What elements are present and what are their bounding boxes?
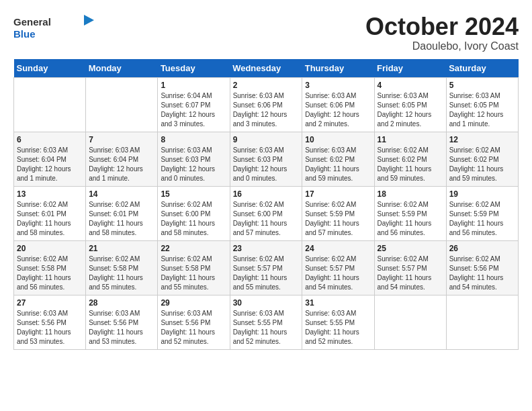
day-number: 17 xyxy=(305,189,371,199)
day-number: 10 xyxy=(305,135,371,144)
calendar-cell: 8Sunrise: 6:03 AM Sunset: 6:03 PM Daylig… xyxy=(158,132,230,186)
day-number: 15 xyxy=(161,189,226,199)
weekday-header-row: SundayMondayTuesdayWednesdayThursdayFrid… xyxy=(14,59,519,78)
calendar-table: SundayMondayTuesdayWednesdayThursdayFrid… xyxy=(13,59,519,350)
calendar-week-row: 27Sunrise: 6:03 AM Sunset: 5:56 PM Dayli… xyxy=(14,295,519,349)
day-number: 16 xyxy=(233,189,300,199)
day-info: Sunrise: 6:03 AM Sunset: 6:03 PM Dayligh… xyxy=(161,146,226,183)
calendar-cell: 10Sunrise: 6:03 AM Sunset: 6:02 PM Dayli… xyxy=(302,132,374,186)
calendar-cell: 6Sunrise: 6:03 AM Sunset: 6:04 PM Daylig… xyxy=(14,132,86,186)
calendar-week-row: 6Sunrise: 6:03 AM Sunset: 6:04 PM Daylig… xyxy=(14,132,519,186)
day-number: 19 xyxy=(449,189,515,199)
calendar-cell: 29Sunrise: 6:03 AM Sunset: 5:56 PM Dayli… xyxy=(158,295,230,349)
day-number: 11 xyxy=(378,135,443,144)
svg-marker-1 xyxy=(84,15,94,26)
day-info: Sunrise: 6:03 AM Sunset: 6:05 PM Dayligh… xyxy=(378,91,443,129)
day-number: 8 xyxy=(161,135,226,144)
logo-svg: General Blue xyxy=(13,13,94,44)
day-number: 30 xyxy=(233,298,300,308)
day-number: 14 xyxy=(89,189,154,199)
day-info: Sunrise: 6:03 AM Sunset: 5:55 PM Dayligh… xyxy=(305,309,371,347)
day-info: Sunrise: 6:03 AM Sunset: 6:04 PM Dayligh… xyxy=(17,146,83,183)
day-number: 24 xyxy=(305,244,371,253)
day-info: Sunrise: 6:04 AM Sunset: 6:07 PM Dayligh… xyxy=(161,91,226,129)
calendar-cell: 30Sunrise: 6:03 AM Sunset: 5:55 PM Dayli… xyxy=(230,295,302,349)
day-info: Sunrise: 6:02 AM Sunset: 6:01 PM Dayligh… xyxy=(89,200,154,238)
day-info: Sunrise: 6:03 AM Sunset: 5:56 PM Dayligh… xyxy=(89,309,154,347)
day-number: 3 xyxy=(305,81,371,90)
day-number: 7 xyxy=(89,135,154,144)
day-info: Sunrise: 6:02 AM Sunset: 5:56 PM Dayligh… xyxy=(449,255,515,292)
calendar-cell: 12Sunrise: 6:02 AM Sunset: 6:02 PM Dayli… xyxy=(446,132,518,186)
day-info: Sunrise: 6:02 AM Sunset: 6:02 PM Dayligh… xyxy=(449,146,515,183)
day-info: Sunrise: 6:02 AM Sunset: 5:57 PM Dayligh… xyxy=(378,255,443,292)
day-number: 28 xyxy=(89,298,154,308)
calendar-cell: 22Sunrise: 6:02 AM Sunset: 5:58 PM Dayli… xyxy=(158,240,230,295)
calendar-cell: 25Sunrise: 6:02 AM Sunset: 5:57 PM Dayli… xyxy=(374,240,446,295)
day-info: Sunrise: 6:02 AM Sunset: 5:59 PM Dayligh… xyxy=(305,200,371,238)
calendar-cell: 2Sunrise: 6:03 AM Sunset: 6:06 PM Daylig… xyxy=(230,77,302,132)
calendar-cell: 4Sunrise: 6:03 AM Sunset: 6:05 PM Daylig… xyxy=(374,77,446,132)
calendar-cell: 17Sunrise: 6:02 AM Sunset: 5:59 PM Dayli… xyxy=(302,186,374,240)
weekday-header: Monday xyxy=(86,59,158,78)
svg-text:General: General xyxy=(13,16,51,28)
day-info: Sunrise: 6:02 AM Sunset: 5:57 PM Dayligh… xyxy=(305,255,371,292)
calendar-cell xyxy=(446,295,518,349)
calendar-cell: 24Sunrise: 6:02 AM Sunset: 5:57 PM Dayli… xyxy=(302,240,374,295)
day-number: 20 xyxy=(17,244,83,253)
day-info: Sunrise: 6:02 AM Sunset: 5:58 PM Dayligh… xyxy=(17,255,83,292)
day-number: 9 xyxy=(233,135,300,144)
day-info: Sunrise: 6:02 AM Sunset: 6:00 PM Dayligh… xyxy=(233,200,300,238)
calendar-cell: 18Sunrise: 6:02 AM Sunset: 5:59 PM Dayli… xyxy=(374,186,446,240)
day-info: Sunrise: 6:02 AM Sunset: 5:57 PM Dayligh… xyxy=(233,255,300,292)
weekday-header: Saturday xyxy=(446,59,518,78)
day-info: Sunrise: 6:03 AM Sunset: 5:55 PM Dayligh… xyxy=(233,309,300,347)
day-number: 26 xyxy=(449,244,515,253)
day-number: 29 xyxy=(161,298,226,308)
calendar-cell: 14Sunrise: 6:02 AM Sunset: 6:01 PM Dayli… xyxy=(86,186,158,240)
day-number: 27 xyxy=(17,298,83,308)
weekday-header: Sunday xyxy=(14,59,86,78)
day-number: 1 xyxy=(161,81,226,90)
calendar-week-row: 1Sunrise: 6:04 AM Sunset: 6:07 PM Daylig… xyxy=(14,77,519,132)
day-info: Sunrise: 6:03 AM Sunset: 6:05 PM Dayligh… xyxy=(449,91,515,129)
day-info: Sunrise: 6:02 AM Sunset: 5:59 PM Dayligh… xyxy=(378,200,443,238)
day-number: 22 xyxy=(161,244,226,253)
calendar-cell: 16Sunrise: 6:02 AM Sunset: 6:00 PM Dayli… xyxy=(230,186,302,240)
calendar-cell: 31Sunrise: 6:03 AM Sunset: 5:55 PM Dayli… xyxy=(302,295,374,349)
day-number: 21 xyxy=(89,244,154,253)
calendar-cell: 21Sunrise: 6:02 AM Sunset: 5:58 PM Dayli… xyxy=(86,240,158,295)
calendar-week-row: 20Sunrise: 6:02 AM Sunset: 5:58 PM Dayli… xyxy=(14,240,519,295)
day-info: Sunrise: 6:03 AM Sunset: 6:04 PM Dayligh… xyxy=(89,146,154,183)
day-number: 18 xyxy=(378,189,443,199)
day-info: Sunrise: 6:03 AM Sunset: 5:56 PM Dayligh… xyxy=(161,309,226,347)
calendar-cell: 19Sunrise: 6:02 AM Sunset: 5:59 PM Dayli… xyxy=(446,186,518,240)
day-number: 25 xyxy=(378,244,443,253)
month-title: October 2024 xyxy=(365,13,519,40)
day-info: Sunrise: 6:03 AM Sunset: 6:06 PM Dayligh… xyxy=(305,91,371,129)
calendar-cell: 1Sunrise: 6:04 AM Sunset: 6:07 PM Daylig… xyxy=(158,77,230,132)
calendar-week-row: 13Sunrise: 6:02 AM Sunset: 6:01 PM Dayli… xyxy=(14,186,519,240)
day-number: 6 xyxy=(17,135,83,144)
calendar-cell: 13Sunrise: 6:02 AM Sunset: 6:01 PM Dayli… xyxy=(14,186,86,240)
day-info: Sunrise: 6:02 AM Sunset: 5:58 PM Dayligh… xyxy=(161,255,226,292)
calendar-cell: 5Sunrise: 6:03 AM Sunset: 6:05 PM Daylig… xyxy=(446,77,518,132)
day-info: Sunrise: 6:02 AM Sunset: 6:01 PM Dayligh… xyxy=(17,200,83,238)
calendar-cell xyxy=(86,77,158,132)
calendar-cell: 11Sunrise: 6:02 AM Sunset: 6:02 PM Dayli… xyxy=(374,132,446,186)
calendar-cell: 20Sunrise: 6:02 AM Sunset: 5:58 PM Dayli… xyxy=(14,240,86,295)
day-info: Sunrise: 6:02 AM Sunset: 5:59 PM Dayligh… xyxy=(449,200,515,238)
weekday-header: Friday xyxy=(374,59,446,78)
logo: General Blue xyxy=(13,13,94,44)
weekday-header: Wednesday xyxy=(230,59,302,78)
location-title: Daoulebo, Ivory Coast xyxy=(365,40,519,52)
day-info: Sunrise: 6:02 AM Sunset: 6:02 PM Dayligh… xyxy=(378,146,443,183)
calendar-cell: 26Sunrise: 6:02 AM Sunset: 5:56 PM Dayli… xyxy=(446,240,518,295)
calendar-cell: 15Sunrise: 6:02 AM Sunset: 6:00 PM Dayli… xyxy=(158,186,230,240)
weekday-header: Tuesday xyxy=(158,59,230,78)
calendar-cell: 28Sunrise: 6:03 AM Sunset: 5:56 PM Dayli… xyxy=(86,295,158,349)
day-info: Sunrise: 6:03 AM Sunset: 5:56 PM Dayligh… xyxy=(17,309,83,347)
day-number: 23 xyxy=(233,244,300,253)
day-number: 12 xyxy=(449,135,515,144)
day-number: 31 xyxy=(305,298,371,308)
